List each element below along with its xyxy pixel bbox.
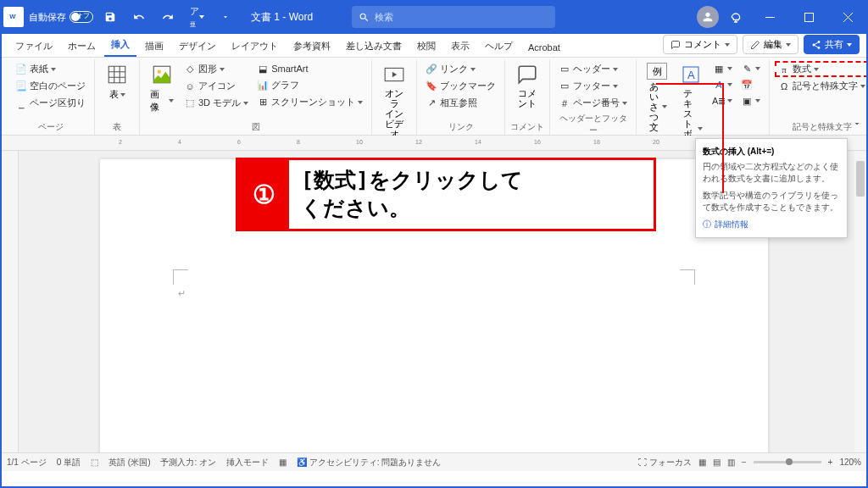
status-macro-icon[interactable]: ▦ [279,458,287,467]
search-input[interactable]: 検索 [352,6,555,28]
svg-text:14: 14 [475,139,481,145]
status-predict[interactable]: 予測入力: オン [160,457,216,469]
datetime-button[interactable]: 📅 [737,77,764,92]
annotation-line [656,83,724,193]
bookmark-button[interactable]: 🔖ブックマーク [422,78,499,94]
header-button[interactable]: ▭ヘッダー [555,61,631,77]
tab-view[interactable]: 表示 [444,36,476,57]
tab-mailings[interactable]: 差し込み文書 [339,36,409,57]
tab-draw[interactable]: 描画 [138,36,170,57]
zoom-out-button[interactable]: − [742,458,747,467]
cover-page-button[interactable]: 📄表紙 [12,61,89,77]
svg-text:W: W [9,13,16,20]
signature-button[interactable]: ✎ [737,61,764,76]
chart-button[interactable]: 📊グラフ [253,77,366,93]
user-avatar[interactable] [697,6,719,28]
tab-review[interactable]: 校閲 [410,36,442,57]
view-web-icon[interactable]: ▥ [727,458,735,467]
pictures-button[interactable]: 画像 [145,61,179,115]
zoom-in-button[interactable]: + [828,458,833,467]
autosave-toggle[interactable]: 自動保存 [29,11,93,24]
font-icon[interactable]: ア亜 [185,5,209,29]
svg-text:6: 6 [237,139,241,145]
svg-point-3 [158,70,161,74]
online-video-button[interactable]: オンラ イン ビデオ [377,61,411,141]
zoom-level[interactable]: 120% [839,458,861,467]
vertical-ruler[interactable] [0,151,19,452]
collapse-ribbon-icon[interactable] [851,118,863,130]
page-number-button[interactable]: #ページ番号 [555,95,631,111]
app-icon: W [3,7,24,27]
tab-references[interactable]: 参考資料 [287,36,337,57]
tooltip-more-info-link[interactable]: ⓘ詳細情報 [703,219,840,230]
svg-text:4: 4 [178,139,181,145]
maximize-button[interactable] [792,0,826,34]
qat-more-icon[interactable] [214,5,237,29]
redo-icon[interactable] [156,5,180,29]
status-page[interactable]: 1/1 ページ [7,457,47,469]
minimize-button[interactable] [753,0,787,34]
tab-acrobat[interactable]: Acrobat [521,38,567,57]
svg-text:8: 8 [297,139,300,145]
tab-insert[interactable]: 挿入 [104,34,136,57]
tab-layout[interactable]: レイアウト [225,36,285,57]
share-button[interactable]: 共有 [804,35,860,54]
footer-button[interactable]: ▭フッター [555,78,631,94]
status-language[interactable]: 英語 (米国) [108,457,150,469]
zoom-slider[interactable] [754,461,821,463]
smartart-button[interactable]: ⬓SmartArt [253,61,366,76]
comment-button[interactable]: コメ ント [510,61,544,110]
cross-reference-button[interactable]: ↗相互参照 [422,95,499,111]
svg-text:12: 12 [415,139,422,145]
blank-page-button[interactable]: 📃空白のページ [12,78,89,94]
edit-button[interactable]: 編集 [743,35,798,54]
page-break-button[interactable]: ⎯ページ区切り [12,95,89,111]
quick-parts-button[interactable]: ▦ [709,61,736,76]
tab-home[interactable]: ホーム [61,36,103,57]
search-icon [359,12,370,23]
svg-text:10: 10 [356,139,363,145]
icons-button[interactable]: ☺アイコン [181,78,252,94]
ribbon-tabs: ファイル ホーム 挿入 描画 デザイン レイアウト 参考資料 差し込み文書 校閲… [0,34,868,58]
status-proofing-icon[interactable]: ⬚ [91,458,98,467]
object-button[interactable]: ▣ [737,93,764,108]
table-button[interactable]: 表 [100,61,134,103]
screenshot-button[interactable]: ⊞スクリーンショット [253,94,366,110]
svg-text:2: 2 [119,139,122,145]
svg-rect-1 [804,13,813,21]
svg-text:A: A [687,69,695,81]
3d-models-button[interactable]: ⬚3D モデル [181,95,252,111]
annotation-callout: ① [数式]をクリックして ください。 [236,158,656,231]
undo-icon[interactable] [127,5,151,29]
svg-text:16: 16 [534,139,541,145]
link-button[interactable]: 🔗リンク [422,61,499,77]
close-button[interactable] [831,0,865,34]
focus-mode-button[interactable]: ⛶ フォーカス [638,457,692,469]
help-icon[interactable] [724,5,748,29]
document-title: 文書 1 - Word [251,10,313,25]
status-accessibility[interactable]: ♿ アクセシビリティ: 問題ありません [297,457,441,469]
equation-button[interactable]: π数式 [775,61,868,77]
status-words[interactable]: 0 単語 [57,457,81,469]
status-mode[interactable]: 挿入モード [226,457,269,469]
tab-file[interactable]: ファイル [8,36,59,57]
tab-help[interactable]: ヘルプ [478,36,520,57]
shapes-button[interactable]: ◇図形 [181,61,252,77]
save-icon[interactable] [98,5,122,29]
view-read-icon[interactable]: ▦ [698,458,706,467]
svg-text:18: 18 [593,139,600,145]
vertical-scrollbar[interactable] [854,151,866,452]
view-print-icon[interactable]: ▤ [713,458,721,467]
symbol-button[interactable]: Ω記号と特殊文字 [775,78,868,94]
tab-design[interactable]: デザイン [172,36,223,57]
comments-button[interactable]: コメント [663,35,737,54]
cursor-mark: ↵ [178,288,186,299]
